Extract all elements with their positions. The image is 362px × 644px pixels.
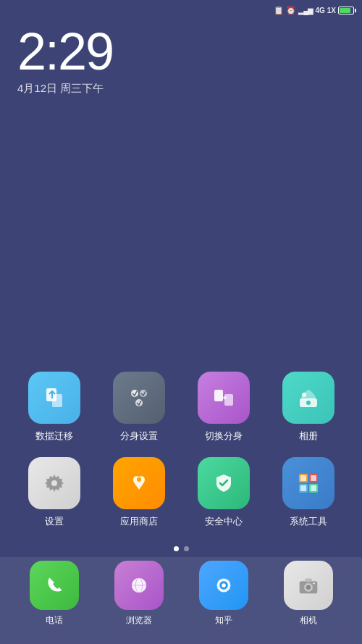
svg-point-31 [306,585,311,590]
app-icon-security [198,457,250,509]
page-indicator [0,546,362,551]
app-icon-system-tools [282,457,334,509]
app-row-2: 设置 应用商店 安全中心 [12,457,350,528]
clock-date: 4月12日 周三下午 [17,82,113,96]
dock-item-camera[interactable]: 相机 [284,561,333,627]
dock: 电话 浏览器 知乎 [0,557,362,644]
svg-rect-20 [300,485,306,491]
app-item-settings[interactable]: 设置 [18,457,90,528]
svg-rect-6 [214,390,223,401]
dock-label-browser: 浏览器 [126,614,152,627]
svg-point-28 [222,583,226,587]
app-item-switch-dual[interactable]: 切换分身 [188,372,260,443]
dock-item-browser[interactable]: 浏览器 [114,561,164,627]
app-label-app-store: 应用商店 [120,515,158,528]
signal-icon: ▂▄▆ [298,7,313,14]
svg-point-12 [51,480,57,486]
svg-rect-32 [305,578,311,582]
app-item-app-store[interactable]: 应用商店 [103,457,175,528]
dock-icon-camera [284,561,333,610]
svg-rect-19 [311,475,316,481]
app-label-settings: 设置 [45,515,64,528]
svg-rect-21 [311,485,316,491]
app-icon-switch-dual [198,372,250,424]
app-item-album[interactable]: 相册 [272,372,345,443]
svg-rect-7 [224,394,233,406]
app-icon-data-migrate [28,372,80,424]
app-label-security: 安全中心 [205,515,243,528]
dock-icon-phone [30,561,79,610]
app-item-dual-settings[interactable]: 分身设置 [103,372,175,443]
app-label-system-tools: 系统工具 [290,515,327,528]
clipboard-icon: 📋 [274,6,284,15]
alarm-icon: ⏰ [286,6,296,15]
app-grid: 数据迁移 分身设置 [0,372,362,543]
app-label-switch-dual: 切换分身 [205,430,243,443]
clock-area: 2:29 4月12日 周三下午 [17,25,113,96]
svg-point-33 [313,582,315,584]
clock-time: 2:29 [17,25,113,78]
svg-point-10 [302,393,306,397]
dock-item-message[interactable]: 知乎 [199,561,248,627]
dock-label-camera: 相机 [300,614,317,627]
svg-rect-18 [300,475,306,481]
app-item-security[interactable]: 安全中心 [188,457,260,528]
app-item-data-migrate[interactable]: 数据迁移 [18,372,90,443]
app-icon-settings [28,457,80,509]
network-4g-icon: 4G [315,7,324,14]
network-1x-icon: 1X [327,7,336,14]
page-dot-0[interactable] [174,546,179,551]
app-icon-app-store [113,457,165,509]
page-dot-1[interactable] [184,546,189,551]
app-label-data-migrate: 数据迁移 [35,430,73,443]
app-icon-album [282,372,334,424]
app-icon-dual-settings [113,372,165,424]
svg-point-13 [137,477,141,482]
dock-icon-browser [114,561,164,610]
dock-label-message: 知乎 [215,614,232,627]
dock-item-phone[interactable]: 电话 [30,561,79,627]
app-label-album: 相册 [299,430,318,443]
dock-label-phone: 电话 [46,614,63,627]
battery-icon [338,7,356,14]
svg-point-9 [306,401,311,405]
dock-icon-message [199,561,248,610]
app-label-dual-settings: 分身设置 [120,430,158,443]
status-icons: 📋 ⏰ ▂▄▆ 4G 1X [274,6,356,15]
status-bar: 📋 ⏰ ▂▄▆ 4G 1X [0,0,362,20]
svg-rect-1 [52,394,62,407]
app-row-1: 数据迁移 分身设置 [12,372,350,443]
app-item-system-tools[interactable]: 系统工具 [272,457,345,528]
